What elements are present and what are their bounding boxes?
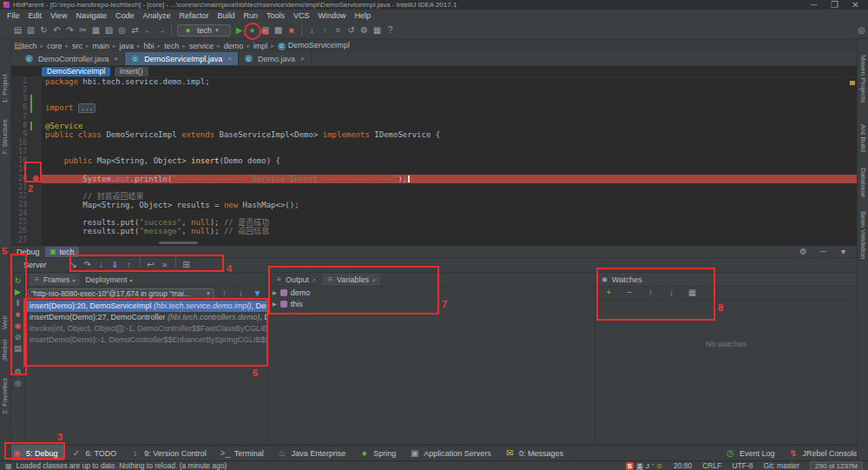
coverage-icon[interactable]: ▣ bbox=[259, 23, 272, 38]
stripe-button-database[interactable]: Database bbox=[859, 168, 867, 197]
find-icon[interactable]: ◎ bbox=[115, 23, 128, 38]
synchronize-icon[interactable]: ↻ bbox=[37, 23, 50, 38]
tab-output[interactable]: ≡ Output ↗ bbox=[271, 274, 320, 286]
code-text[interactable] bbox=[42, 86, 857, 95]
project-structure-icon[interactable]: ▦ bbox=[371, 23, 384, 38]
code-text[interactable] bbox=[42, 209, 857, 218]
stripe-button-ant-build[interactable]: Ant Build bbox=[859, 124, 867, 152]
tab-variables[interactable]: ≡ Variables ↗ bbox=[322, 274, 380, 286]
save-all-icon[interactable]: ▥ bbox=[24, 23, 37, 38]
line-number[interactable]: 7 bbox=[11, 113, 30, 122]
breakpoint-icon[interactable] bbox=[33, 175, 39, 182]
stop-icon[interactable]: ■ bbox=[285, 23, 298, 38]
breadcrumb-item[interactable]: tech bbox=[164, 42, 179, 50]
breadcrumb-chip[interactable]: DemoServiceImpl bbox=[42, 67, 110, 76]
tab-deployment[interactable]: Deployment ▾ bbox=[82, 274, 137, 286]
drop-frame-icon[interactable]: ↩ bbox=[144, 257, 158, 273]
maximize-icon[interactable]: ❐ bbox=[828, 0, 841, 13]
code-text[interactable]: // 封装返回结果 bbox=[42, 192, 857, 201]
tool-window-button-5-debug[interactable]: ◉5: Debug bbox=[5, 445, 63, 462]
step-out-icon[interactable]: ↑ bbox=[122, 257, 136, 273]
code-text[interactable]: package hbi.tech.service.demo.impl; bbox=[42, 77, 857, 86]
code-text[interactable] bbox=[42, 95, 857, 103]
code-text[interactable]: System.out.println("--------------- Serv… bbox=[42, 175, 857, 183]
run-to-cursor-icon[interactable]: » bbox=[158, 257, 172, 273]
error-stripe-mark[interactable] bbox=[850, 81, 855, 85]
line-number[interactable]: 8 bbox=[11, 122, 30, 130]
line-number[interactable]: 19 bbox=[11, 165, 30, 174]
tool-window-button-application-servers[interactable]: ▣Application Servers bbox=[403, 445, 496, 462]
line-number[interactable]: 27 bbox=[11, 236, 30, 245]
code-text[interactable]: import ... bbox=[42, 103, 857, 112]
line-number[interactable]: 26 bbox=[11, 227, 30, 235]
gutter-cell[interactable] bbox=[30, 156, 42, 165]
view-breakpoints-icon[interactable]: ◉ bbox=[11, 321, 25, 330]
stack-frame-row[interactable]: insertDemo(Demo):-1, DemoController$$Enh… bbox=[25, 334, 266, 346]
forward-icon[interactable]: → bbox=[155, 23, 168, 38]
ime-indicator[interactable]: J bbox=[646, 462, 649, 470]
tool-window-button-spring[interactable]: ●Spring bbox=[352, 445, 401, 462]
stripe-button-2-favorites[interactable]: 2: Favorites bbox=[1, 378, 9, 414]
menu-build[interactable]: Build bbox=[213, 11, 239, 20]
code-text[interactable]: results.put("success", null); // 是否成功 bbox=[42, 218, 857, 227]
gutter-cell[interactable] bbox=[30, 113, 42, 122]
menu-help[interactable]: Help bbox=[351, 11, 376, 20]
code-text[interactable] bbox=[42, 165, 857, 174]
evaluate-expression-icon[interactable]: ⊞ bbox=[180, 257, 194, 273]
gutter-cell[interactable] bbox=[30, 77, 42, 86]
settings-icon[interactable]: ⚙ bbox=[11, 367, 25, 376]
variable-row[interactable]: ▶this bbox=[267, 298, 595, 309]
gutter-cell[interactable] bbox=[30, 165, 42, 174]
menu-file[interactable]: File bbox=[3, 11, 24, 20]
tab-frames[interactable]: ≡ Frames ▾ bbox=[29, 274, 80, 286]
line-number[interactable]: 20 bbox=[11, 175, 30, 183]
line-number[interactable]: 23 bbox=[11, 201, 30, 209]
code-text[interactable] bbox=[42, 139, 857, 148]
menu-refactor[interactable]: Refactor bbox=[174, 11, 213, 20]
tool-window-button-9-version-control[interactable]: ↕9: Version Control bbox=[123, 445, 212, 462]
cut-icon[interactable]: ✂ bbox=[76, 23, 89, 38]
gutter-cell[interactable] bbox=[30, 130, 42, 139]
code-text[interactable] bbox=[42, 148, 857, 156]
breadcrumb-item[interactable]: impl bbox=[253, 42, 268, 50]
stripe-button-jrebel[interactable]: JRebel bbox=[1, 340, 9, 361]
line-number[interactable]: 1 bbox=[11, 77, 30, 86]
line-ending-indicator[interactable]: CRLF bbox=[702, 461, 721, 470]
breadcrumb-item[interactable]: main bbox=[93, 42, 110, 50]
expand-arrow-icon[interactable]: ▶ bbox=[273, 301, 277, 307]
line-number[interactable]: 18 bbox=[11, 156, 30, 165]
filter-icon[interactable]: ▼ bbox=[251, 286, 264, 301]
thread-dropdown[interactable]: "http-nio-8080-exec-10"@17,674 in group … bbox=[28, 288, 214, 300]
breadcrumb-item[interactable]: service bbox=[189, 42, 214, 50]
update-project-icon[interactable]: ↓ bbox=[306, 23, 319, 38]
folded-region[interactable]: ... bbox=[78, 103, 95, 112]
line-number[interactable]: 3 bbox=[11, 95, 30, 103]
gutter-cell[interactable] bbox=[30, 103, 42, 112]
gutter-cell[interactable] bbox=[30, 122, 42, 130]
ime-indicator[interactable]: 美 bbox=[636, 461, 643, 470]
code-text[interactable]: Map<String, Object> results = new HashMa… bbox=[42, 201, 857, 209]
replace-icon[interactable]: ⇄ bbox=[128, 23, 141, 38]
caret-position[interactable]: 20:80 bbox=[674, 461, 692, 470]
stack-frame-row[interactable]: insertDemo(Demo):27, DemoController (hbi… bbox=[25, 312, 266, 323]
stripe-button-web[interactable]: Web bbox=[1, 315, 9, 329]
ime-indicator[interactable]: S bbox=[626, 462, 634, 470]
pause-icon[interactable]: ‖ bbox=[11, 299, 25, 308]
editor-tab[interactable]: CDemoServiceImpl.java× bbox=[125, 52, 239, 65]
history-icon[interactable]: ↺ bbox=[345, 23, 358, 38]
rerun-icon[interactable]: ↻ bbox=[11, 276, 25, 285]
gutter-cell[interactable] bbox=[30, 183, 42, 192]
step-over-icon[interactable]: ↷ bbox=[81, 257, 95, 273]
expand-arrow-icon[interactable]: ▶ bbox=[273, 289, 277, 295]
tool-window-button-event-log[interactable]: ◷Event Log bbox=[719, 445, 780, 462]
tool-window-button-java-enterprise[interactable]: ♨Java Enterprise bbox=[271, 445, 352, 462]
thread-dump-icon[interactable]: ▤ bbox=[11, 344, 25, 353]
gutter-cell[interactable] bbox=[30, 236, 42, 245]
show-execution-point-icon[interactable]: ↘ bbox=[67, 257, 81, 273]
move-up-icon[interactable]: ↑ bbox=[644, 285, 657, 301]
code-editor[interactable]: 1package hbi.tech.service.demo.impl;236i… bbox=[11, 77, 857, 245]
variable-row[interactable]: ▶demo bbox=[267, 287, 595, 298]
profiler-icon[interactable]: ▩ bbox=[272, 23, 285, 38]
breadcrumb-item[interactable]: src bbox=[72, 42, 82, 50]
menu-view[interactable]: View bbox=[46, 11, 71, 20]
